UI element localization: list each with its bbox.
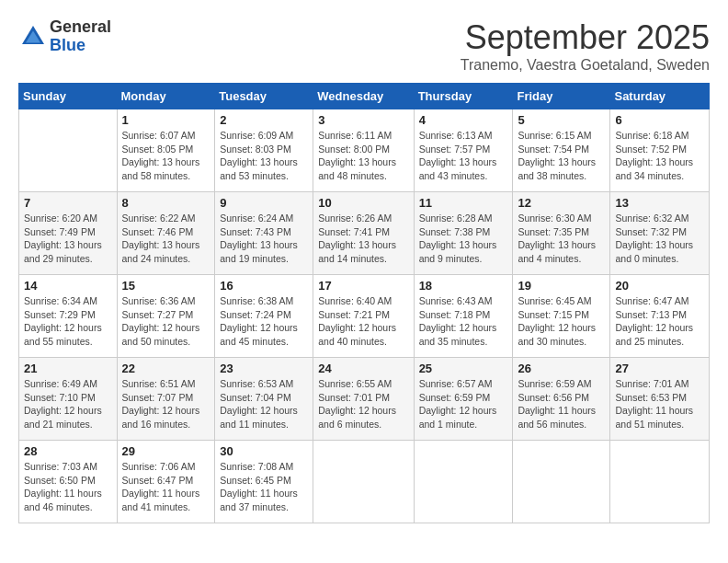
- day-number: 8: [122, 196, 210, 210]
- location-text: Tranemo, Vaestra Goetaland, Sweden: [461, 57, 710, 74]
- calendar-cell: 9Sunrise: 6:24 AMSunset: 7:43 PMDaylight…: [215, 192, 313, 275]
- calendar-cell: 5Sunrise: 6:15 AMSunset: 7:54 PMDaylight…: [513, 109, 610, 192]
- calendar-cell: [313, 441, 414, 523]
- day-header-tuesday: Tuesday: [215, 84, 313, 109]
- day-info: Sunrise: 6:47 AMSunset: 7:13 PMDaylight:…: [615, 294, 704, 349]
- day-header-saturday: Saturday: [610, 84, 710, 109]
- calendar-cell: 7Sunrise: 6:20 AMSunset: 7:49 PMDaylight…: [19, 192, 118, 275]
- calendar-cell: 19Sunrise: 6:45 AMSunset: 7:15 PMDayligh…: [513, 275, 610, 358]
- day-number: 16: [220, 279, 308, 293]
- day-info: Sunrise: 6:59 AMSunset: 6:56 PMDaylight:…: [518, 377, 605, 431]
- day-number: 14: [24, 279, 112, 293]
- day-number: 15: [122, 279, 210, 293]
- day-info: Sunrise: 6:20 AMSunset: 7:49 PMDaylight:…: [24, 212, 112, 266]
- day-header-wednesday: Wednesday: [313, 84, 414, 109]
- calendar-week-row: 28Sunrise: 7:03 AMSunset: 6:50 PMDayligh…: [19, 441, 710, 523]
- day-number: 5: [518, 113, 605, 127]
- logo-general-text: General: [50, 18, 111, 37]
- day-number: 29: [122, 444, 210, 458]
- calendar-week-row: 14Sunrise: 6:34 AMSunset: 7:29 PMDayligh…: [19, 275, 710, 358]
- logo-icon: [18, 22, 48, 52]
- calendar-week-row: 21Sunrise: 6:49 AMSunset: 7:10 PMDayligh…: [19, 358, 710, 441]
- calendar-cell: 21Sunrise: 6:49 AMSunset: 7:10 PMDayligh…: [19, 358, 118, 441]
- calendar-cell: [19, 109, 118, 192]
- day-info: Sunrise: 7:03 AMSunset: 6:50 PMDaylight:…: [24, 460, 112, 514]
- calendar-cell: [610, 441, 710, 523]
- day-number: 11: [419, 196, 508, 210]
- day-info: Sunrise: 6:49 AMSunset: 7:10 PMDaylight:…: [24, 377, 112, 431]
- day-header-thursday: Thursday: [414, 84, 513, 109]
- day-number: 26: [518, 362, 605, 375]
- calendar-week-row: 7Sunrise: 6:20 AMSunset: 7:49 PMDaylight…: [19, 192, 710, 275]
- day-info: Sunrise: 6:43 AMSunset: 7:18 PMDaylight:…: [419, 294, 508, 349]
- day-number: 24: [318, 362, 408, 375]
- day-info: Sunrise: 6:26 AMSunset: 7:41 PMDaylight:…: [318, 212, 408, 266]
- calendar-cell: 12Sunrise: 6:30 AMSunset: 7:35 PMDayligh…: [513, 192, 610, 275]
- day-number: 3: [318, 113, 408, 127]
- day-number: 20: [615, 279, 704, 293]
- day-number: 13: [615, 196, 704, 210]
- calendar-cell: 30Sunrise: 7:08 AMSunset: 6:45 PMDayligh…: [215, 441, 313, 523]
- calendar-cell: 1Sunrise: 6:07 AMSunset: 8:05 PMDaylight…: [117, 109, 215, 192]
- calendar-cell: 24Sunrise: 6:55 AMSunset: 7:01 PMDayligh…: [313, 358, 414, 441]
- day-number: 1: [122, 113, 210, 127]
- calendar-cell: 8Sunrise: 6:22 AMSunset: 7:46 PMDaylight…: [117, 192, 215, 275]
- calendar-cell: 20Sunrise: 6:47 AMSunset: 7:13 PMDayligh…: [610, 275, 710, 358]
- day-number: 4: [419, 113, 508, 127]
- day-number: 7: [24, 196, 112, 210]
- day-info: Sunrise: 6:53 AMSunset: 7:04 PMDaylight:…: [220, 377, 308, 431]
- calendar-cell: 10Sunrise: 6:26 AMSunset: 7:41 PMDayligh…: [313, 192, 414, 275]
- day-number: 2: [220, 113, 308, 127]
- calendar-cell: 14Sunrise: 6:34 AMSunset: 7:29 PMDayligh…: [19, 275, 118, 358]
- calendar-table: SundayMondayTuesdayWednesdayThursdayFrid…: [18, 83, 710, 523]
- day-number: 17: [318, 279, 408, 293]
- day-number: 22: [122, 362, 210, 375]
- day-info: Sunrise: 6:13 AMSunset: 7:57 PMDaylight:…: [419, 129, 508, 183]
- day-number: 21: [24, 362, 112, 375]
- calendar-header-row: SundayMondayTuesdayWednesdayThursdayFrid…: [19, 84, 710, 109]
- day-info: Sunrise: 6:28 AMSunset: 7:38 PMDaylight:…: [419, 212, 508, 266]
- day-info: Sunrise: 6:57 AMSunset: 6:59 PMDaylight:…: [419, 377, 508, 431]
- day-info: Sunrise: 6:15 AMSunset: 7:54 PMDaylight:…: [518, 129, 605, 183]
- day-info: Sunrise: 6:09 AMSunset: 8:03 PMDaylight:…: [220, 129, 308, 183]
- day-number: 23: [220, 362, 308, 375]
- calendar-cell: 28Sunrise: 7:03 AMSunset: 6:50 PMDayligh…: [19, 441, 118, 523]
- day-number: 6: [615, 113, 704, 127]
- day-number: 18: [419, 279, 508, 293]
- day-info: Sunrise: 6:32 AMSunset: 7:32 PMDaylight:…: [615, 212, 704, 266]
- day-info: Sunrise: 6:51 AMSunset: 7:07 PMDaylight:…: [122, 377, 210, 431]
- calendar-cell: 11Sunrise: 6:28 AMSunset: 7:38 PMDayligh…: [414, 192, 513, 275]
- day-info: Sunrise: 6:18 AMSunset: 7:52 PMDaylight:…: [615, 129, 704, 183]
- calendar-cell: [513, 441, 610, 523]
- calendar-cell: 2Sunrise: 6:09 AMSunset: 8:03 PMDaylight…: [215, 109, 313, 192]
- calendar-cell: 6Sunrise: 6:18 AMSunset: 7:52 PMDaylight…: [610, 109, 710, 192]
- day-number: 30: [220, 444, 308, 458]
- day-info: Sunrise: 6:40 AMSunset: 7:21 PMDaylight:…: [318, 294, 408, 349]
- day-info: Sunrise: 6:24 AMSunset: 7:43 PMDaylight:…: [220, 212, 308, 266]
- day-header-monday: Monday: [117, 84, 215, 109]
- day-info: Sunrise: 6:38 AMSunset: 7:24 PMDaylight:…: [220, 294, 308, 349]
- calendar-cell: 17Sunrise: 6:40 AMSunset: 7:21 PMDayligh…: [313, 275, 414, 358]
- calendar-week-row: 1Sunrise: 6:07 AMSunset: 8:05 PMDaylight…: [19, 109, 710, 192]
- day-info: Sunrise: 6:55 AMSunset: 7:01 PMDaylight:…: [318, 377, 408, 431]
- calendar-cell: 25Sunrise: 6:57 AMSunset: 6:59 PMDayligh…: [414, 358, 513, 441]
- calendar-cell: 4Sunrise: 6:13 AMSunset: 7:57 PMDaylight…: [414, 109, 513, 192]
- day-info: Sunrise: 6:30 AMSunset: 7:35 PMDaylight:…: [518, 212, 605, 266]
- day-header-sunday: Sunday: [19, 84, 118, 109]
- logo-blue-text: Blue: [50, 37, 111, 55]
- month-title: September 2025: [461, 18, 710, 57]
- day-info: Sunrise: 6:11 AMSunset: 8:00 PMDaylight:…: [318, 129, 408, 183]
- day-number: 25: [419, 362, 508, 375]
- day-number: 19: [518, 279, 605, 293]
- day-info: Sunrise: 6:45 AMSunset: 7:15 PMDaylight:…: [518, 294, 605, 349]
- calendar-cell: 16Sunrise: 6:38 AMSunset: 7:24 PMDayligh…: [215, 275, 313, 358]
- calendar-cell: 27Sunrise: 7:01 AMSunset: 6:53 PMDayligh…: [610, 358, 710, 441]
- day-info: Sunrise: 7:01 AMSunset: 6:53 PMDaylight:…: [615, 377, 704, 431]
- day-number: 10: [318, 196, 408, 210]
- day-info: Sunrise: 6:22 AMSunset: 7:46 PMDaylight:…: [122, 212, 210, 266]
- page-header: General Blue September 2025 Tranemo, Vae…: [18, 18, 710, 74]
- day-header-friday: Friday: [513, 84, 610, 109]
- day-number: 9: [220, 196, 308, 210]
- day-number: 27: [615, 362, 704, 375]
- day-info: Sunrise: 7:06 AMSunset: 6:47 PMDaylight:…: [122, 460, 210, 514]
